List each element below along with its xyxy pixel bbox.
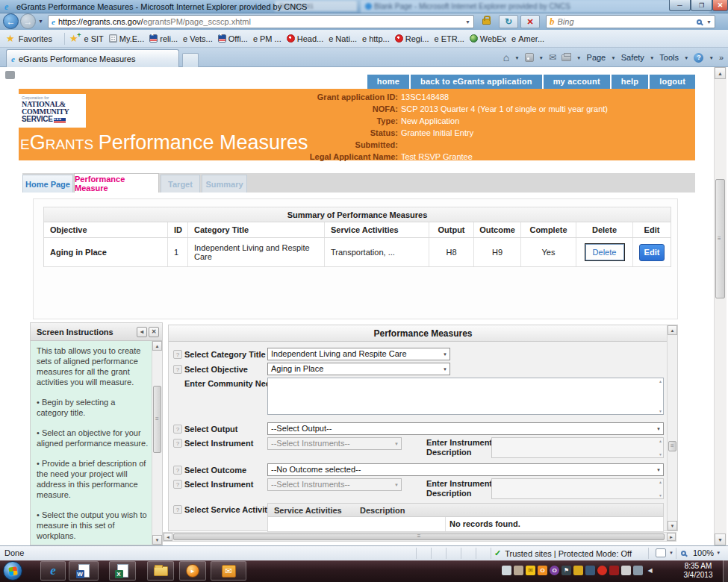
tools-menu[interactable]: Tools: [659, 53, 679, 62]
scroll-down-icon[interactable]: [152, 535, 162, 545]
help-icon[interactable]: [694, 53, 703, 63]
tab-performance-measure[interactable]: Performance Measure: [74, 173, 159, 193]
close-button[interactable]: [712, 0, 728, 11]
maximize-button[interactable]: [691, 0, 712, 11]
favorite-item[interactable]: eSIT: [84, 34, 104, 43]
browser-tab[interactable]: e eGrants Performance Measures: [6, 49, 179, 67]
favorite-item[interactable]: Head...: [287, 34, 323, 43]
taskbar-ie-button[interactable]: e: [40, 561, 66, 581]
nav-home[interactable]: home: [367, 75, 409, 89]
refresh-button[interactable]: [499, 15, 518, 28]
taskbar-explorer-button[interactable]: [147, 561, 174, 581]
help-icon[interactable]: [173, 466, 182, 475]
favorite-item[interactable]: eETR...: [435, 34, 464, 43]
back-button[interactable]: [3, 13, 19, 29]
recent-pages-dropdown-icon[interactable]: [38, 19, 43, 24]
tray-icon[interactable]: [597, 566, 607, 575]
taskbar-clock[interactable]: 8:35 AM 3/4/2013: [676, 562, 720, 580]
help-icon[interactable]: [173, 425, 182, 434]
start-button[interactable]: [3, 561, 22, 581]
tray-flag-icon[interactable]: ⚑: [561, 566, 571, 575]
horizontal-scrollbar[interactable]: [163, 532, 676, 542]
scroll-up-icon[interactable]: [152, 341, 162, 351]
scroll-right-icon[interactable]: [667, 533, 676, 541]
compatibility-view-icon[interactable]: [656, 548, 666, 557]
nav-my-account[interactable]: my account: [544, 75, 610, 89]
print-dropdown-icon[interactable]: [576, 55, 581, 60]
print-icon[interactable]: [561, 54, 571, 61]
help-icon[interactable]: [173, 505, 182, 514]
search-dropdown-icon[interactable]: [706, 19, 712, 25]
community-need-textarea[interactable]: [267, 378, 664, 415]
scroll-thumb[interactable]: [173, 534, 665, 540]
tray-icon[interactable]: [514, 566, 523, 575]
instructions-scrollbar[interactable]: [152, 341, 162, 545]
tab-home-page[interactable]: Home Page: [22, 175, 73, 193]
tray-shield-icon[interactable]: [609, 566, 619, 575]
tray-icon[interactable]: O: [538, 566, 547, 575]
taskbar-outlook-button[interactable]: [211, 561, 246, 581]
address-dropdown-icon[interactable]: [465, 19, 470, 25]
safety-menu[interactable]: Safety: [621, 53, 644, 62]
help-icon[interactable]: [173, 350, 182, 359]
objective-select[interactable]: Aging in Place: [267, 363, 450, 375]
category-select[interactable]: Independent Living and Respite Care: [267, 348, 450, 360]
zoom-control[interactable]: 100%: [681, 548, 721, 557]
tray-lock-icon[interactable]: [573, 566, 583, 575]
favorite-item[interactable]: reli...: [149, 34, 178, 43]
scroll-down-icon[interactable]: [715, 534, 726, 545]
nav-logout[interactable]: logout: [650, 75, 695, 89]
tray-volume-icon[interactable]: ◀: [645, 566, 655, 575]
minimize-button[interactable]: [669, 0, 691, 11]
forward-button[interactable]: [20, 13, 36, 29]
favorite-item[interactable]: Offi...: [218, 34, 248, 43]
show-desktop-button[interactable]: [723, 560, 728, 582]
scroll-down-icon[interactable]: [668, 521, 677, 531]
home-icon[interactable]: [503, 51, 509, 63]
tray-icon[interactable]: [621, 566, 631, 575]
favorite-item[interactable]: Regi...: [395, 34, 429, 43]
security-zone[interactable]: Trusted sites | Protected Mode: Off: [494, 548, 632, 558]
help-dropdown-icon[interactable]: [709, 55, 713, 60]
scroll-up-icon[interactable]: [715, 67, 726, 79]
tray-icon[interactable]: [585, 566, 595, 575]
help-icon[interactable]: [173, 439, 182, 448]
stop-button[interactable]: [520, 15, 540, 28]
nav-back-to-egrants[interactable]: back to eGrants application: [411, 75, 542, 89]
output-select[interactable]: --Select Output--: [267, 422, 664, 435]
delete-button[interactable]: Delete: [585, 244, 624, 260]
outcome-select[interactable]: --No Outcome selected--: [267, 463, 664, 476]
favorite-item[interactable]: ePM ...: [253, 34, 281, 43]
compat-dropdown-icon[interactable]: [669, 551, 673, 555]
favorite-item[interactable]: ehttp...: [362, 34, 390, 43]
scroll-thumb[interactable]: [668, 441, 676, 451]
overflow-chevron-icon[interactable]: [719, 53, 724, 62]
read-mail-icon[interactable]: [549, 52, 556, 63]
nav-help[interactable]: help: [612, 75, 648, 89]
tray-icon[interactable]: [633, 566, 643, 575]
page-menu[interactable]: Page: [587, 53, 606, 62]
search-icon[interactable]: [697, 19, 702, 25]
edit-button[interactable]: Edit: [639, 244, 665, 261]
tools-menu-dropdown-icon[interactable]: [684, 55, 688, 60]
favorites-label[interactable]: Favorites: [19, 34, 52, 43]
taskbar-media-button[interactable]: [179, 561, 206, 581]
url-field[interactable]: e https://egrants.cns.gov/egrantsPM/page…: [48, 15, 474, 28]
safety-menu-dropdown-icon[interactable]: [650, 55, 654, 60]
tray-icon[interactable]: O: [550, 566, 559, 575]
search-box[interactable]: b: [546, 15, 715, 28]
taskbar-word-button[interactable]: W: [69, 561, 99, 581]
favorite-item[interactable]: eAmer...: [511, 34, 544, 43]
favorite-item[interactable]: eNati...: [329, 34, 357, 43]
scroll-up-icon[interactable]: [668, 325, 677, 335]
feeds-dropdown-icon[interactable]: [539, 55, 544, 60]
help-icon[interactable]: [173, 480, 182, 489]
favorite-item[interactable]: eVets...: [183, 34, 213, 43]
browser-scrollbar[interactable]: [714, 67, 727, 545]
scroll-left-icon[interactable]: [164, 533, 172, 541]
zoom-dropdown-icon[interactable]: [716, 551, 721, 555]
help-icon[interactable]: [173, 365, 182, 374]
scroll-thumb[interactable]: [715, 179, 725, 298]
close-panel-button[interactable]: [149, 327, 159, 337]
feeds-icon[interactable]: [525, 53, 534, 62]
